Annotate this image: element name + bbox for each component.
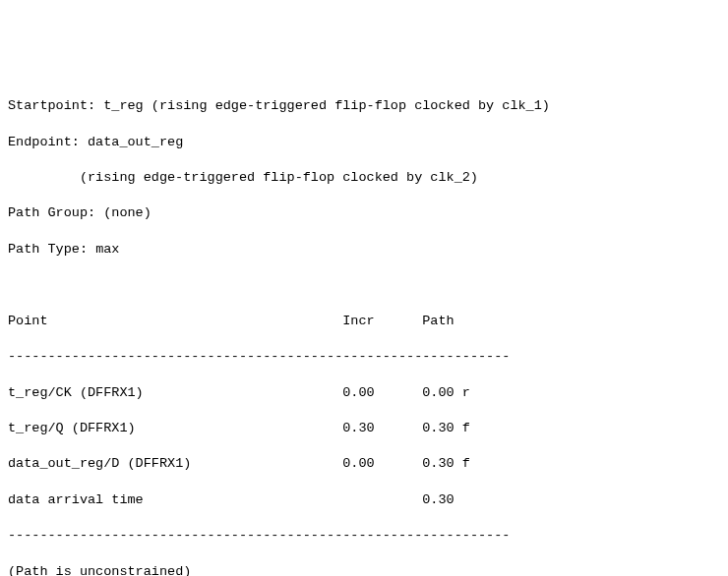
incr-cell: 0.00 bbox=[342, 455, 422, 473]
col-point-header: Point bbox=[8, 313, 342, 330]
endpoint-value: data_out_reg bbox=[88, 135, 183, 149]
path-group-line: Path Group: (none) bbox=[8, 204, 720, 222]
table-row: data arrival time0.30 bbox=[8, 491, 720, 509]
table-header: PointIncrPath bbox=[8, 313, 720, 330]
path-type-label: Path Type: bbox=[8, 242, 95, 257]
path-type-value: max bbox=[95, 242, 119, 257]
incr-cell: 0.00 bbox=[342, 384, 422, 402]
point-cell: data arrival time bbox=[8, 491, 342, 509]
path-cell: 0.00 r bbox=[422, 384, 502, 402]
table-row: t_reg/Q (DFFRX1)0.300.30 f bbox=[8, 420, 720, 437]
timing-report-1: Startpoint: t_reg (rising edge-triggered… bbox=[8, 80, 720, 576]
point-cell: t_reg/CK (DFFRX1) bbox=[8, 384, 342, 402]
table-row: t_reg/CK (DFFRX1)0.000.00 r bbox=[8, 384, 720, 402]
path-cell: 0.30 bbox=[422, 491, 502, 509]
status-line: (Path is unconstrained) bbox=[8, 563, 720, 576]
path-cell: 0.30 f bbox=[422, 420, 502, 437]
path-cell: 0.30 f bbox=[422, 455, 502, 473]
endpoint-label: Endpoint: bbox=[8, 135, 88, 149]
path-type-line: Path Type: max bbox=[8, 241, 720, 259]
table-row: data_out_reg/D (DFFRX1)0.000.30 f bbox=[8, 455, 720, 473]
startpoint-value: t_reg (rising edge-triggered flip-flop c… bbox=[103, 98, 550, 113]
incr-cell: 0.30 bbox=[342, 420, 422, 437]
divider-bottom: ----------------------------------------… bbox=[8, 527, 720, 545]
point-cell: data_out_reg/D (DFFRX1) bbox=[8, 455, 342, 473]
endpoint-line: Endpoint: data_out_reg bbox=[8, 134, 720, 151]
startpoint-label: Startpoint: bbox=[8, 98, 103, 113]
startpoint-line: Startpoint: t_reg (rising edge-triggered… bbox=[8, 97, 720, 115]
endpoint-detail: (rising edge-triggered flip-flop clocked… bbox=[8, 169, 720, 187]
col-incr-header: Incr bbox=[342, 313, 422, 330]
divider-top: ----------------------------------------… bbox=[8, 348, 720, 366]
col-path-header: Path bbox=[422, 313, 502, 330]
path-group-label: Path Group: bbox=[8, 205, 103, 220]
blank-line bbox=[8, 276, 720, 294]
point-cell: t_reg/Q (DFFRX1) bbox=[8, 420, 342, 437]
path-group-value: (none) bbox=[103, 205, 152, 220]
